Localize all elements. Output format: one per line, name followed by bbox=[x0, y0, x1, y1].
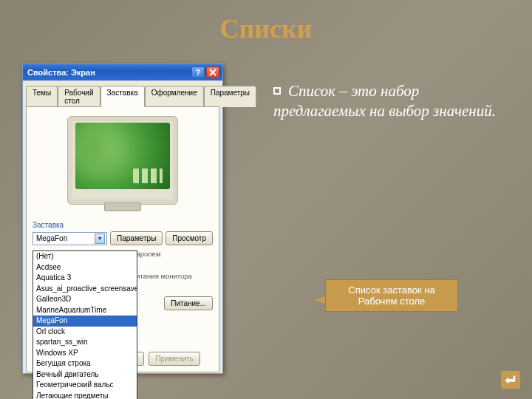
apply-button[interactable]: Применить bbox=[149, 352, 200, 366]
return-button[interactable] bbox=[501, 371, 520, 389]
screensaver-preview-button[interactable]: Просмотр bbox=[166, 231, 213, 245]
display-properties-dialog: Свойства: Экран ? Темы Рабочий стол Заст… bbox=[22, 64, 223, 374]
help-button[interactable]: ? bbox=[191, 66, 205, 78]
screensaver-params-button[interactable]: Параметры bbox=[110, 231, 163, 245]
dropdown-option[interactable]: MarineAquariumTime bbox=[33, 305, 137, 316]
dropdown-option[interactable]: MegaFon bbox=[33, 316, 137, 327]
dropdown-option[interactable]: spartan_ss_win bbox=[33, 337, 137, 348]
dropdown-option[interactable]: Бегущая строка bbox=[33, 358, 137, 369]
dropdown-option[interactable]: Galleon3D bbox=[33, 294, 137, 305]
dropdown-option[interactable]: (Нет) bbox=[33, 251, 137, 262]
tab-appearance[interactable]: Оформление bbox=[145, 86, 204, 107]
combo-value: MegaFon bbox=[36, 234, 95, 242]
dropdown-option[interactable]: Orl clock bbox=[33, 327, 137, 338]
tab-themes[interactable]: Темы bbox=[26, 86, 58, 107]
power-button[interactable]: Питание... bbox=[164, 296, 213, 310]
body-text-span: Список – это набор предлагаемых на выбор… bbox=[273, 82, 496, 120]
titlebar[interactable]: Свойства: Экран ? bbox=[23, 64, 222, 81]
close-button[interactable] bbox=[206, 66, 219, 78]
slide-title: Списки bbox=[0, 13, 532, 44]
tab-settings[interactable]: Параметры bbox=[204, 86, 256, 107]
screensaver-combo[interactable]: MegaFon ▾ bbox=[33, 232, 107, 245]
bullet-marker bbox=[273, 87, 281, 95]
slide-body: Список – это набор предлагаемых на выбор… bbox=[273, 81, 502, 122]
screensaver-preview bbox=[75, 123, 170, 189]
dropdown-option[interactable]: Asus_ai_proactive_screensaver (e) bbox=[33, 284, 137, 295]
dropdown-option[interactable]: Вечный двигатель bbox=[33, 369, 137, 381]
tab-body: Заставка MegaFon ▾ Параметры Просмотр щи… bbox=[26, 106, 219, 372]
dropdown-option[interactable]: Летающие предметы bbox=[33, 391, 137, 400]
dropdown-option[interactable]: Windows XP bbox=[33, 348, 137, 359]
screensaver-dropdown-list[interactable]: (Нет)AcdseeAquatica 3Asus_ai_proactive_s… bbox=[33, 250, 137, 399]
return-arrow-icon bbox=[504, 374, 517, 386]
dropdown-option[interactable]: Aquatica 3 bbox=[33, 273, 137, 284]
screensaver-section-label: Заставка bbox=[33, 221, 213, 229]
dropdown-option[interactable]: Acdsee bbox=[33, 262, 137, 273]
dropdown-option[interactable]: Геометрический вальс bbox=[33, 380, 137, 391]
close-icon bbox=[209, 69, 216, 76]
titlebar-text: Свойства: Экран bbox=[27, 68, 95, 77]
monitor-preview bbox=[67, 116, 178, 205]
tab-strip: Темы Рабочий стол Заставка Оформление Па… bbox=[23, 81, 222, 106]
tab-desktop[interactable]: Рабочий стол bbox=[58, 86, 100, 107]
monitor-stand bbox=[104, 202, 141, 211]
chevron-down-icon: ▾ bbox=[95, 233, 105, 244]
callout-box: Список заставок на Рабочем столе bbox=[325, 279, 458, 312]
tab-screensaver[interactable]: Заставка bbox=[100, 86, 145, 107]
